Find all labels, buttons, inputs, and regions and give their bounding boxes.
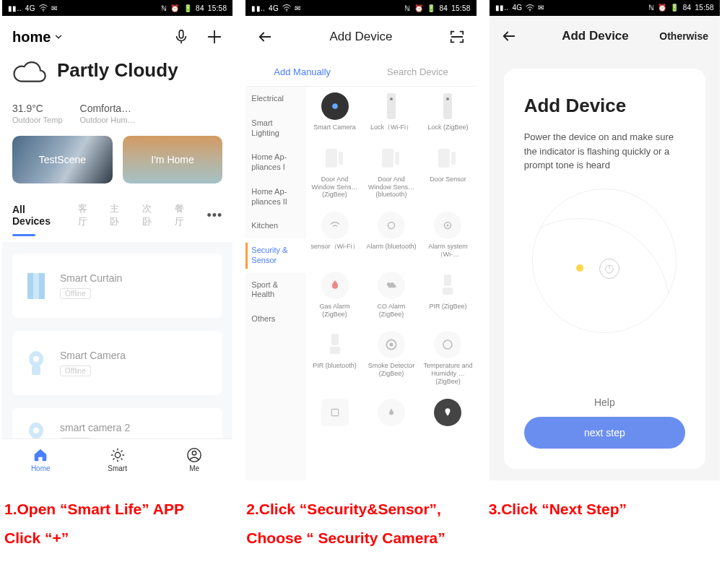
- item-smart-camera[interactable]: Smart Camera: [306, 87, 362, 139]
- item-gas-alarm[interactable]: Gas Alarm (ZigBee): [306, 266, 362, 326]
- svg-point-0: [43, 10, 44, 12]
- cat-sport-health[interactable]: Sport & Health: [245, 273, 306, 308]
- tab-room-2[interactable]: 客厅: [78, 202, 96, 228]
- svg-rect-18: [443, 93, 452, 119]
- tab-me[interactable]: Me: [156, 439, 232, 480]
- stat-outdoor-temp: 31.9°C Outdoor Temp: [12, 103, 63, 124]
- item-door-sensor[interactable]: Door Sensor: [419, 139, 476, 206]
- svg-rect-21: [339, 152, 343, 165]
- svg-point-11: [115, 452, 120, 457]
- item-extra-3[interactable]: [419, 393, 476, 437]
- item-sensor-wifi[interactable]: sensor（Wi-Fi）: [306, 206, 362, 266]
- cat-appliances-1[interactable]: Home Ap-pliances I: [245, 145, 306, 180]
- clock: 15:58: [208, 4, 227, 12]
- device-name: Smart Camera: [60, 350, 126, 361]
- person-icon: [186, 447, 202, 463]
- back-icon[interactable]: [501, 28, 517, 44]
- cat-kitchen[interactable]: Kitchen: [245, 214, 306, 238]
- add-device-card: Add Device Power the device on and make …: [504, 69, 705, 469]
- item-pir-bt[interactable]: PIR (bluetooth): [306, 325, 362, 392]
- svg-rect-22: [382, 149, 393, 168]
- chevron-down-icon: [53, 32, 64, 42]
- tab-room-5[interactable]: 餐厅: [175, 202, 193, 228]
- alarm-icon: ⏰: [170, 4, 179, 12]
- svg-rect-31: [331, 334, 339, 345]
- item-extra-2[interactable]: [363, 393, 419, 437]
- svg-rect-32: [330, 347, 340, 354]
- camera-icon: [25, 347, 47, 379]
- device-status: Offline: [60, 288, 91, 299]
- svg-point-35: [443, 340, 452, 349]
- power-icon: [599, 259, 619, 279]
- header-title: Add Device: [273, 30, 448, 44]
- svg-point-37: [530, 10, 531, 12]
- item-lock-zigbee[interactable]: Lock (ZigBee): [419, 87, 476, 139]
- next-step-button[interactable]: next step: [524, 417, 685, 449]
- tab-add-manually[interactable]: Add Manually: [274, 66, 331, 77]
- item-alarm-system[interactable]: Alarm system（Wi-…: [419, 206, 476, 266]
- scene-im-home[interactable]: I'm Home: [123, 136, 223, 183]
- plus-icon[interactable]: [206, 29, 222, 45]
- otherwise-link[interactable]: Otherwise: [659, 30, 708, 42]
- status-bar: ▮▮..4G✉ ℕ⏰🔋8415:58: [490, 0, 720, 16]
- cat-smart-lighting[interactable]: Smart Lighting: [245, 111, 306, 146]
- home-icon: [32, 447, 48, 463]
- svg-point-17: [390, 98, 393, 100]
- card-title: Add Device: [524, 95, 685, 117]
- item-lock-wifi[interactable]: Lock（Wi-Fi）: [363, 87, 419, 139]
- device-name: smart camera 2: [60, 422, 130, 433]
- svg-rect-1: [180, 30, 184, 38]
- wechat-icon: ✉: [51, 4, 57, 12]
- cat-others[interactable]: Others: [245, 307, 306, 332]
- svg-rect-24: [438, 149, 450, 168]
- svg-rect-36: [331, 409, 338, 415]
- tab-smart[interactable]: Smart: [79, 439, 155, 480]
- wifi-icon: [39, 4, 48, 12]
- tab-room-4[interactable]: 次卧: [142, 202, 160, 228]
- item-door-window-bt[interactable]: Door And Window Sens… (bluetooth): [363, 139, 419, 206]
- svg-point-6: [33, 356, 39, 362]
- item-co-alarm[interactable]: CO Alarm (ZigBee): [363, 266, 419, 326]
- cat-security-sensor[interactable]: Security & Sensor: [245, 238, 306, 273]
- tab-room-3[interactable]: 主卧: [110, 202, 128, 228]
- category-sidebar: Electrical Smart Lighting Home Ap-plianc…: [245, 87, 306, 480]
- item-extra-1[interactable]: [306, 393, 362, 437]
- svg-rect-29: [444, 274, 451, 286]
- screen-add-device-catalog: ▮▮..4G✉ ℕ⏰🔋8415:58 Add Device Add Manual…: [245, 0, 476, 480]
- device-status: Offline: [60, 366, 91, 376]
- signal-icon: ▮▮..: [8, 4, 22, 12]
- svg-point-19: [446, 98, 449, 100]
- tab-search-device[interactable]: Search Device: [387, 66, 448, 77]
- svg-point-13: [192, 451, 196, 456]
- svg-point-15: [332, 103, 338, 109]
- mic-icon[interactable]: [173, 29, 189, 45]
- device-card-camera[interactable]: Smart Camera Offline: [12, 331, 222, 395]
- home-top-bar: home: [2, 16, 232, 58]
- back-icon[interactable]: [257, 29, 273, 45]
- svg-rect-25: [451, 152, 456, 165]
- tab-all-devices[interactable]: All Devices: [12, 204, 64, 227]
- tab-underline: [12, 234, 35, 236]
- help-link[interactable]: Help: [524, 397, 685, 408]
- nfc-icon: ℕ: [161, 4, 167, 12]
- cat-appliances-2[interactable]: Home Ap-pliances II: [245, 180, 306, 215]
- item-smoke-detector[interactable]: Smoke Detector (ZigBee): [363, 325, 419, 392]
- home-dropdown[interactable]: home: [12, 29, 64, 46]
- device-card-curtain[interactable]: Smart Curtain Offline: [12, 254, 222, 318]
- stat-outdoor-humidity: Comforta… Outdoor Hum…: [80, 103, 136, 124]
- item-alarm-bt[interactable]: Alarm (bluetooth): [363, 206, 419, 266]
- caption-2: 2.Click “Security&Sensor”, Choose “ Secu…: [246, 495, 475, 553]
- item-pir-zigbee[interactable]: PIR (ZigBee): [419, 266, 476, 326]
- scan-icon[interactable]: [449, 29, 465, 45]
- device-grid: Smart Camera Lock（Wi-Fi） Lock (ZigBee) D…: [306, 87, 476, 480]
- tab-home[interactable]: Home: [2, 439, 79, 480]
- screen-add-device-prompt: ▮▮..4G✉ ℕ⏰🔋8415:58 Add Device Otherwise …: [490, 0, 720, 480]
- scene-testscene[interactable]: TestScene: [12, 136, 113, 183]
- item-temp-humidity[interactable]: Temperature and Humidity … (ZigBee): [419, 325, 476, 392]
- cat-electrical[interactable]: Electrical: [245, 87, 306, 111]
- caption-1: 1.Open “Smart Life” APP Click “+”: [4, 495, 233, 553]
- item-door-window-zigbee[interactable]: Door And Window Sens… (ZigBee): [306, 139, 362, 206]
- status-bar: ▮▮..4G✉ ℕ⏰🔋8415:58: [245, 0, 476, 16]
- tab-more-icon[interactable]: •••: [206, 208, 222, 223]
- home-label: home: [12, 29, 51, 46]
